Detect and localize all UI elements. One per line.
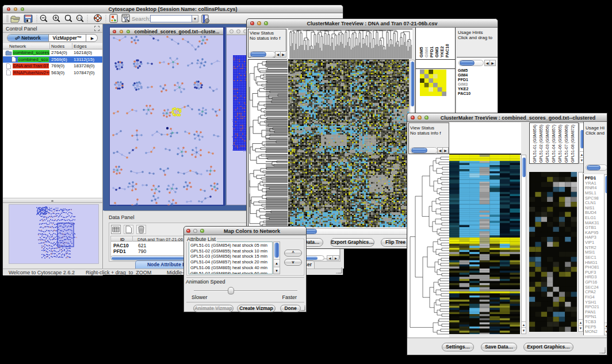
svg-text:⚙: ⚙ (206, 19, 209, 22)
svg-text:1:1: 1:1 (78, 17, 82, 20)
